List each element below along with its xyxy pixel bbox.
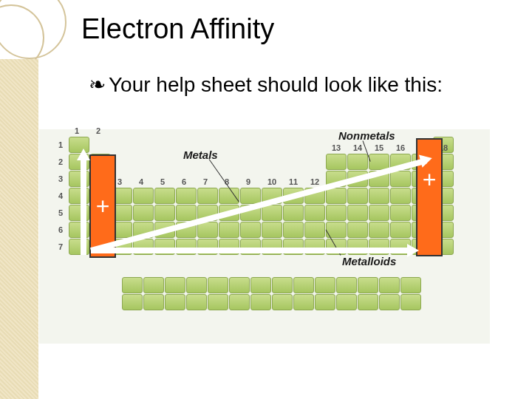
col-number: 14 [353,143,362,152]
row-number: 7 [58,242,63,251]
pt-cell [347,188,368,204]
arrow-up [81,159,86,255]
pt-cell [176,188,197,204]
pt-cell [358,294,378,310]
pt-cell [293,294,314,310]
col-number: 10 [267,177,276,186]
pt-cell [250,277,271,293]
pt-cell [347,154,368,170]
pt-cell [240,188,261,204]
arrow-right-head-icon [407,244,419,257]
pt-cell [326,154,347,170]
pt-cell [154,188,175,204]
page-title: Electron Affinity [81,13,274,45]
pt-cell [390,171,411,187]
pt-cell [283,205,304,221]
col-number: 9 [246,177,250,186]
pt-cell [186,277,207,293]
col-number: 16 [396,143,405,152]
pt-cell [283,222,304,238]
col-number: 4 [139,177,143,186]
pt-cell [326,205,347,221]
pt-cell [262,205,282,221]
pt-cell [133,205,154,221]
row-number: 6 [58,225,63,234]
side-texture [0,59,38,399]
pt-cell [143,294,164,310]
col-number: 2 [96,126,100,135]
periodic-table-figure: 1234567123456789101112131415161718 Metal… [39,129,490,344]
arrow-right [91,248,409,253]
pt-cell [400,294,421,310]
plus-marker: + [96,193,110,220]
col-number: 3 [117,177,122,186]
pt-cell [154,205,175,221]
row-number: 1 [58,140,63,149]
pt-cell [379,277,400,293]
pt-cell [369,188,389,204]
col-number: 7 [203,177,208,186]
pt-cell [379,294,400,310]
pt-cell [165,294,185,310]
row-number: 4 [58,191,63,200]
col-number: 15 [375,143,383,152]
col-number: 1 [75,126,79,135]
pt-cell [122,277,143,293]
pt-cell [400,277,421,293]
pt-cell [336,277,357,293]
pt-cell [358,277,378,293]
bullet-line: ❧ Your help sheet should look like this: [89,72,443,97]
pt-cell [176,205,197,221]
pt-cell [293,277,314,293]
bullet-text: Your help sheet should look like this: [109,73,443,97]
pt-cell [390,205,411,221]
pt-cell [304,205,325,221]
pt-cell [229,294,250,310]
pt-cell [250,294,271,310]
arrow-up-head-icon [77,149,90,160]
pt-cell [336,294,357,310]
pt-cell [272,294,293,310]
pt-cell [133,188,154,204]
pt-cell [219,188,239,204]
pt-cell [208,277,228,293]
col-number: 11 [289,177,298,186]
col-number: 5 [160,177,165,186]
row-number: 3 [58,174,63,183]
plus-marker: + [423,166,437,194]
pt-cell [390,222,411,238]
pt-cell [326,188,347,204]
row-number: 5 [58,208,63,217]
label-metals: Metals [183,149,218,161]
row-number: 2 [58,157,63,166]
pt-cell [186,294,207,310]
col-number: 13 [332,143,341,152]
pt-cell [369,205,389,221]
pt-cell [229,277,250,293]
pt-cell [272,277,293,293]
pt-cell [219,222,239,238]
label-metalloids: Metalloids [342,255,396,267]
pt-cell [347,222,368,238]
pt-cell [347,205,368,221]
pt-cell [315,277,335,293]
col-number: 6 [182,177,186,186]
pt-cell [390,188,411,204]
pt-cell [208,294,228,310]
pt-cell [262,222,282,238]
pt-cell [369,222,389,238]
label-nonmetals: Nonmetals [338,129,395,142]
pt-cell [304,222,325,238]
pt-cell [122,294,143,310]
pt-cell [315,294,335,310]
bullet-icon: ❧ [89,72,106,97]
pt-cell [197,188,218,204]
col-number: 12 [310,177,319,186]
pt-cell [240,222,261,238]
pt-cell [165,277,185,293]
pt-cell [143,277,164,293]
